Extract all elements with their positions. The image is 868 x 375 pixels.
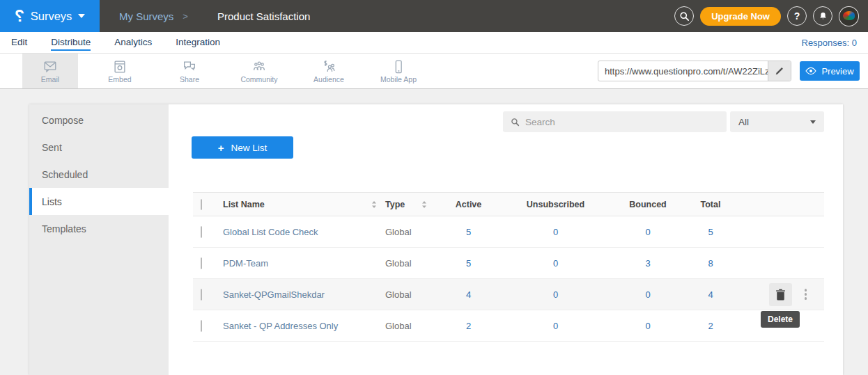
edit-url-button[interactable]	[768, 61, 791, 81]
sidebar-item-templates[interactable]: Templates	[29, 215, 169, 242]
active-count[interactable]: 5	[435, 258, 502, 269]
upgrade-now-button[interactable]: Upgrade Now	[700, 7, 781, 26]
row-checkbox[interactable]	[201, 257, 202, 269]
active-count[interactable]: 4	[435, 289, 502, 300]
community-icon	[251, 59, 267, 74]
top-bar: ? Surveys My Surveys > Product Satisfact…	[0, 0, 868, 32]
channel-mobile-app-label: Mobile App	[380, 75, 417, 83]
row-menu-button[interactable]	[801, 285, 811, 303]
filter-value: All	[738, 117, 749, 127]
row-checkbox[interactable]	[201, 289, 202, 301]
row-checkbox[interactable]	[201, 320, 202, 332]
product-switcher[interactable]: ? Surveys	[0, 0, 100, 32]
search-input[interactable]	[525, 117, 727, 127]
topbar-actions: Upgrade Now ?	[674, 6, 859, 26]
sidebar-item-lists[interactable]: Lists	[29, 188, 169, 215]
breadcrumb-separator: >	[183, 11, 188, 22]
table-header: List Name Type Active Unsubscribed Bounc…	[193, 192, 824, 216]
new-list-button[interactable]: + New List	[192, 136, 293, 159]
preview-label: Preview	[821, 66, 853, 77]
column-bounced: Bounced	[610, 200, 686, 209]
list-name-link[interactable]: PDM-Team	[223, 258, 380, 269]
user-avatar[interactable]	[839, 6, 859, 26]
preview-button[interactable]: Preview	[800, 61, 860, 81]
channel-share[interactable]: Share	[162, 54, 217, 88]
sidebar-item-scheduled[interactable]: Scheduled	[29, 161, 169, 188]
unsubscribed-count[interactable]: 0	[502, 321, 610, 331]
delete-list-button[interactable]: Delete	[769, 283, 792, 306]
channel-community-label: Community	[240, 75, 277, 83]
column-active: Active	[435, 200, 502, 209]
search-icon	[511, 118, 520, 127]
email-sidebar: Compose Sent Scheduled Lists Templates	[29, 104, 169, 375]
row-checkbox[interactable]	[201, 226, 202, 238]
row-actions: Delete	[735, 279, 824, 310]
unsubscribed-count[interactable]: 0	[502, 289, 610, 300]
channel-community[interactable]: Community	[231, 54, 287, 88]
new-list-label: New List	[231, 143, 268, 153]
bounced-count[interactable]: 0	[610, 289, 686, 300]
channel-embed[interactable]: Embed	[92, 54, 148, 88]
sidebar-item-compose[interactable]: Compose	[29, 106, 169, 134]
channel-mobile-app[interactable]: Mobile App	[371, 54, 426, 88]
list-type: Global	[380, 289, 435, 300]
table-row: Sanket - QP Addresses Only Global 2 0 0 …	[193, 310, 824, 342]
channel-email[interactable]: Email	[22, 54, 78, 88]
page-content: Compose Sent Scheduled Lists Templates A…	[0, 89, 868, 375]
mobile-app-icon	[391, 59, 406, 74]
breadcrumb: My Surveys > Product Satisfaction	[119, 10, 310, 22]
total-count[interactable]: 2	[686, 321, 735, 331]
channel-audience-label: Audience	[313, 75, 344, 83]
table-row: PDM-Team Global 5 0 3 8	[193, 248, 824, 279]
breadcrumb-survey-title: Product Satisfaction	[217, 10, 310, 22]
embed-icon	[112, 59, 127, 74]
list-type: Global	[380, 227, 435, 237]
sidebar-item-sent[interactable]: Sent	[29, 134, 169, 161]
tab-integration[interactable]: Integration	[176, 34, 220, 51]
active-count[interactable]: 2	[435, 321, 502, 331]
tab-edit[interactable]: Edit	[11, 34, 27, 51]
distribute-toolbar: Email Embed Share Co	[0, 54, 868, 89]
bounced-count[interactable]: 0	[610, 321, 686, 331]
sort-icon[interactable]	[421, 200, 427, 209]
pencil-icon	[775, 66, 784, 76]
responses-count[interactable]: Responses: 0	[802, 38, 858, 48]
tab-distribute[interactable]: Distribute	[51, 34, 91, 51]
channel-audience[interactable]: Audience	[301, 54, 357, 88]
list-name-link[interactable]: Global List Code Check	[223, 227, 380, 237]
avatar-image	[843, 11, 855, 20]
column-type-label: Type	[385, 200, 405, 209]
search-icon	[679, 11, 690, 22]
list-name-link[interactable]: Sanket-QPGmailShekdar	[223, 289, 380, 300]
lists-main: All + New List List Name	[169, 104, 843, 375]
help-button[interactable]: ?	[787, 6, 807, 26]
tab-analytics[interactable]: Analytics	[114, 34, 152, 51]
unsubscribed-count[interactable]: 0	[502, 227, 610, 237]
column-total: Total	[686, 200, 735, 209]
select-all-checkbox[interactable]	[201, 199, 202, 210]
unsubscribed-count[interactable]: 0	[502, 258, 610, 269]
table-row: Global List Code Check Global 5 0 0 5	[193, 216, 824, 248]
survey-nav: Edit Distribute Analytics Integration Re…	[0, 32, 868, 54]
list-search	[503, 111, 727, 132]
total-count[interactable]: 8	[686, 258, 735, 269]
bounced-count[interactable]: 0	[610, 227, 686, 237]
list-name-link[interactable]: Sanket - QP Addresses Only	[223, 321, 380, 331]
column-unsubscribed: Unsubscribed	[502, 200, 610, 209]
email-lists-panel: Compose Sent Scheduled Lists Templates A…	[29, 104, 843, 375]
total-count[interactable]: 4	[686, 289, 735, 300]
breadcrumb-my-surveys[interactable]: My Surveys	[119, 10, 173, 22]
survey-url-value[interactable]: https://www.questionpro.com/t/AW22ZiLz6	[598, 61, 768, 81]
list-type-filter[interactable]: All	[730, 111, 824, 132]
delete-tooltip: Delete	[761, 311, 800, 328]
column-type[interactable]: Type	[380, 200, 435, 209]
bounced-count[interactable]: 3	[610, 258, 686, 269]
plus-icon: +	[218, 142, 224, 154]
search-button[interactable]	[674, 6, 694, 26]
column-list-name[interactable]: List Name	[223, 200, 380, 209]
notifications-button[interactable]	[813, 6, 832, 26]
active-count[interactable]: 5	[435, 227, 502, 237]
sort-icon[interactable]	[371, 200, 377, 209]
channel-embed-label: Embed	[108, 75, 131, 83]
total-count[interactable]: 5	[686, 227, 735, 237]
